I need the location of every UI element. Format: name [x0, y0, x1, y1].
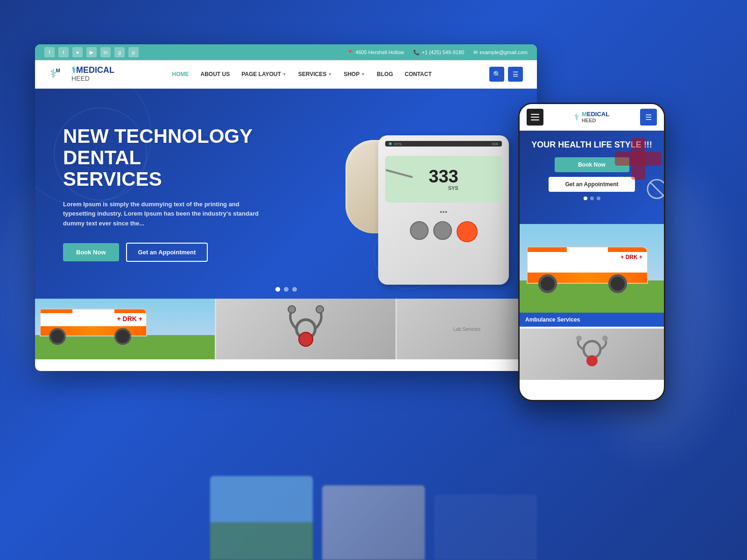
nav-home[interactable]: HOME — [172, 71, 189, 77]
lab-card: Lab Services — [397, 299, 537, 359]
mobile-dot-2[interactable] — [590, 196, 594, 200]
bottom-decorative — [0, 457, 747, 560]
mobile-ambulance-card: + DRK + Ambulance Services — [520, 224, 664, 327]
googleplus-icon[interactable]: g — [114, 47, 125, 57]
bp-device-illustration: SYS DIA 333 SYS ●●● — [345, 117, 523, 294]
svg-point-5 — [299, 332, 313, 346]
ambulance-card: + DRK + — [35, 299, 215, 359]
phone-item: 📞 +1 (425) 549-9180 — [413, 49, 464, 56]
mobile-dot-1[interactable] — [584, 196, 587, 200]
medical-card — [216, 299, 396, 359]
nav-about[interactable]: ABOUT US — [200, 71, 230, 77]
phone-icon: 📞 — [413, 49, 420, 56]
hero-subtitle: Lorem Ipsum is simply the dummying text … — [63, 200, 268, 229]
mobile-logo-text: MEDICAL HEED — [582, 111, 609, 123]
svg-point-4 — [316, 306, 324, 313]
slide-dot-3[interactable] — [292, 287, 297, 292]
instagram-icon[interactable]: ● — [72, 47, 83, 57]
medical-cross-svg — [610, 133, 664, 208]
logo-brand: ⚕MEDICAL — [71, 66, 114, 75]
location-icon: 📍 — [347, 49, 353, 56]
slide-dot-1[interactable] — [275, 287, 280, 292]
nav-contact[interactable]: CONTACT — [405, 71, 432, 77]
mobile-nav-button[interactable]: ☰ — [640, 109, 657, 126]
hero-title-line2: SERVICES — [63, 168, 162, 190]
mobile-logo-sub: HEED — [582, 118, 609, 123]
mobile-dot-3[interactable] — [597, 196, 600, 200]
email-text: example@gmail.com — [479, 49, 528, 55]
social-icons-group: f t ● ▶ in g p — [44, 47, 139, 57]
cards-section: + DRK + — [35, 299, 537, 359]
address-item: 📍 4605 Hershell Hollow — [347, 49, 404, 56]
svg-point-13 — [586, 355, 598, 366]
nav-actions: 🔍 ☰ — [489, 67, 523, 82]
mobile-mockup: ⚕ MEDICAL HEED ☰ YOUR HEALTH LIFE STYLE … — [518, 103, 665, 401]
get-appointment-button[interactable]: Get an Appointment — [126, 243, 208, 262]
book-now-button[interactable]: Book Now — [63, 243, 119, 261]
nav-services[interactable]: SERVICES ▼ — [298, 71, 332, 77]
mobile-logo-brand: MEDICAL — [582, 111, 609, 118]
nav-links: HOME ABOUT US PAGE LAYOUT ▼ SERVICES ▼ S… — [172, 71, 431, 77]
svg-point-12 — [602, 336, 608, 341]
phone-text: +1 (425) 549-9180 — [422, 49, 464, 55]
mobile-medical-card — [520, 329, 664, 380]
mobile-stethoscope-icon: ⚕ — [574, 112, 579, 123]
menu-button[interactable]: ☰ — [508, 67, 523, 82]
svg-text:M: M — [56, 68, 60, 73]
search-button[interactable]: 🔍 — [489, 67, 504, 82]
mobile-header: ⚕ MEDICAL HEED ☰ — [520, 104, 664, 131]
mobile-ambulance-label: Ambulance Services — [520, 313, 664, 327]
email-item: ✉ example@gmail.com — [473, 49, 528, 56]
email-icon: ✉ — [473, 49, 478, 56]
linkedin-icon[interactable]: in — [100, 47, 111, 57]
youtube-icon[interactable]: ▶ — [86, 47, 97, 57]
bp-device-body: SYS DIA 333 SYS ●●● — [378, 135, 509, 285]
svg-text:⚕: ⚕ — [50, 67, 56, 80]
hero-title-line1: NEW TECHNOLOGY DENTAL — [63, 125, 252, 168]
nav-shop[interactable]: SHOP ▼ — [344, 71, 365, 77]
menu-line-2 — [531, 117, 539, 118]
bp-controls — [378, 217, 509, 247]
logo: ⚕ M ⚕MEDICAL HEED — [49, 65, 114, 84]
nav-page-layout[interactable]: PAGE LAYOUT ▼ — [241, 71, 287, 77]
ambulance-visual: + DRK + — [35, 299, 215, 359]
mobile-medical-visual — [520, 329, 664, 380]
slide-dot-2[interactable] — [284, 287, 289, 292]
logo-sub: HEED — [71, 75, 114, 82]
mobile-hero: YOUR HEALTH LIFE STYLE !!! Book Now Get … — [520, 131, 664, 224]
medical-visual — [216, 299, 396, 359]
svg-rect-7 — [615, 152, 662, 166]
facebook-icon[interactable]: f — [44, 47, 55, 57]
mobile-ambulance-visual: + DRK + — [520, 224, 664, 327]
hero-content: NEW TECHNOLOGY DENTAL SERVICES Lorem Ips… — [35, 126, 296, 262]
desktop-browser-mockup: f t ● ▶ in g p 📍 4605 Hershell Hollow 📞 … — [35, 44, 537, 371]
mobile-logo: ⚕ MEDICAL HEED — [574, 111, 609, 123]
mobile-hero-image — [610, 133, 664, 208]
svg-point-3 — [288, 306, 296, 313]
nav-bar: ⚕ M ⚕MEDICAL HEED HOME ABOUT US PAGE LAY… — [35, 60, 537, 89]
hero-buttons: Book Now Get an Appointment — [63, 243, 268, 262]
hamburger-icon: ☰ — [645, 113, 652, 122]
menu-line-3 — [531, 119, 539, 120]
logo-text: ⚕MEDICAL HEED — [71, 66, 114, 82]
pinterest-icon[interactable]: p — [128, 47, 139, 57]
svg-line-9 — [650, 182, 664, 196]
bp-screen: 333 SYS — [385, 156, 502, 203]
hero-section: NEW TECHNOLOGY DENTAL SERVICES Lorem Ips… — [35, 89, 537, 299]
top-bar: f t ● ▶ in g p 📍 4605 Hershell Hollow 📞 … — [35, 44, 537, 60]
address-text: 4605 Hershell Hollow — [355, 49, 404, 55]
stethoscope-svg — [278, 301, 334, 357]
contact-info: 📍 4605 Hershell Hollow 📞 +1 (425) 549-91… — [347, 49, 528, 56]
twitter-icon[interactable]: t — [58, 47, 69, 57]
menu-line-1 — [531, 114, 539, 115]
nav-blog[interactable]: BLOG — [377, 71, 393, 77]
stethoscope-logo-icon: ⚕ M — [49, 65, 68, 84]
mobile-menu-button[interactable] — [527, 109, 543, 126]
hero-title: NEW TECHNOLOGY DENTAL SERVICES — [63, 126, 268, 190]
slide-dots — [275, 287, 297, 292]
svg-point-11 — [576, 336, 582, 341]
mobile-stethoscope-svg — [569, 336, 615, 373]
